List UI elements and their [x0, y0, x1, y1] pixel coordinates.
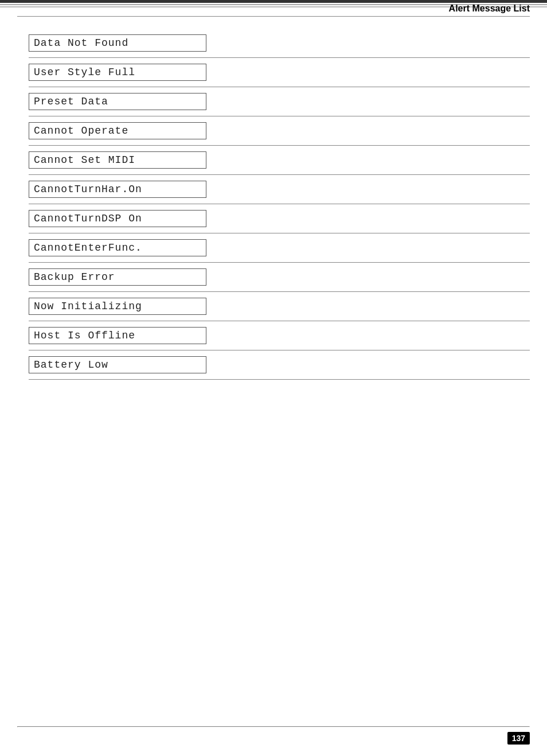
- message-description-data-not-found: [206, 34, 530, 37]
- message-display-cannot-set-midi: Cannot Set MIDI: [29, 151, 206, 169]
- message-description-cannot-turn-har-on: [206, 181, 530, 183]
- message-description-now-initializing: [206, 298, 530, 300]
- message-row-user-style-full: User Style Full: [29, 58, 530, 81]
- message-row-backup-error: Backup Error: [29, 263, 530, 286]
- message-row-battery-low: Battery Low: [29, 350, 530, 373]
- message-description-preset-data: [206, 93, 530, 95]
- separator-battery-low: [29, 379, 530, 380]
- message-row-cannot-enter-func: CannotEnterFunc.: [29, 233, 530, 256]
- message-display-now-initializing: Now Initializing: [29, 298, 206, 315]
- message-description-cannot-enter-func: [206, 239, 530, 241]
- message-display-preset-data: Preset Data: [29, 93, 206, 110]
- message-display-cannot-turn-har-on: CannotTurnHar.On: [29, 181, 206, 198]
- message-description-backup-error: [206, 268, 530, 271]
- message-row-cannot-turn-har-on: CannotTurnHar.On: [29, 175, 530, 198]
- message-description-cannot-turn-dsp-on: [206, 210, 530, 212]
- message-description-cannot-set-midi: [206, 151, 530, 154]
- page-number: 137: [507, 732, 530, 745]
- message-display-cannot-enter-func: CannotEnterFunc.: [29, 239, 206, 256]
- message-row-preset-data: Preset Data: [29, 87, 530, 110]
- content-area: Data Not FoundUser Style FullPreset Data…: [0, 17, 547, 756]
- message-row-host-is-offline: Host Is Offline: [29, 321, 530, 344]
- message-row-cannot-set-midi: Cannot Set MIDI: [29, 146, 530, 169]
- message-description-battery-low: [206, 356, 530, 358]
- bottom-separator: [17, 726, 530, 727]
- message-display-cannot-turn-dsp-on: CannotTurnDSP On: [29, 210, 206, 227]
- message-display-data-not-found: Data Not Found: [29, 34, 206, 52]
- message-description-host-is-offline: [206, 327, 530, 329]
- page-title: Alert Message List: [449, 3, 530, 14]
- message-display-user-style-full: User Style Full: [29, 64, 206, 81]
- message-row-cannot-operate: Cannot Operate: [29, 116, 530, 139]
- message-row-cannot-turn-dsp-on: CannotTurnDSP On: [29, 204, 530, 227]
- message-display-cannot-operate: Cannot Operate: [29, 122, 206, 139]
- message-description-user-style-full: [206, 64, 530, 66]
- message-display-battery-low: Battery Low: [29, 356, 206, 373]
- message-row-now-initializing: Now Initializing: [29, 292, 530, 315]
- message-description-cannot-operate: [206, 122, 530, 124]
- message-row-data-not-found: Data Not Found: [29, 29, 530, 52]
- message-display-host-is-offline: Host Is Offline: [29, 327, 206, 344]
- message-display-backup-error: Backup Error: [29, 268, 206, 286]
- title-separator: [17, 16, 530, 17]
